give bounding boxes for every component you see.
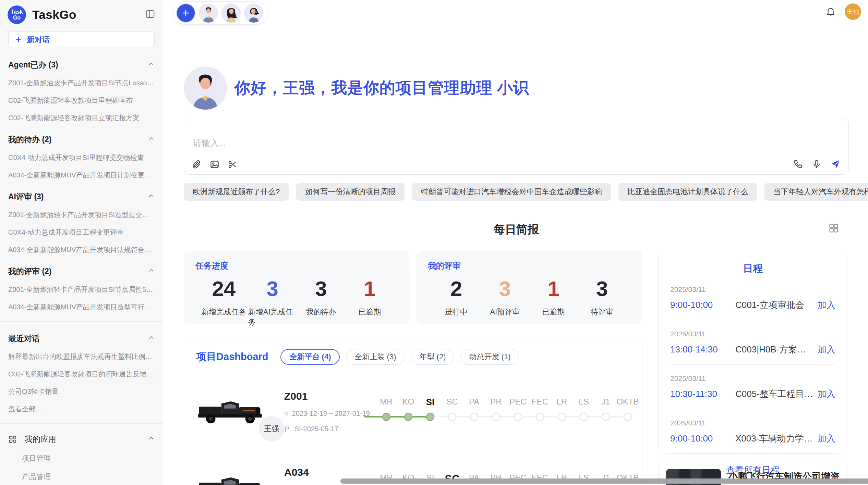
recent-view-all[interactable]: 查看全部... xyxy=(8,405,155,414)
project-meta: Z001 2023-12-19 ~ 2027-01-19 SI-2025-05-… xyxy=(284,390,370,433)
layout-grid-icon[interactable] xyxy=(828,223,839,235)
sidebar-task-item[interactable]: Z001-全新燃油轻卡产品开发项目SI造型提交物评审 xyxy=(8,210,155,220)
app-item-project-mgmt[interactable]: 项目管理 xyxy=(22,453,155,463)
dashboard-tabs: 全新平台 (4) 全新上装 (3) 年型 (2) 动总开发 (1) xyxy=(280,349,519,365)
stat-in-progress: 2进行中 xyxy=(432,276,481,317)
sidebar-task-item[interactable]: C0X4-动力总成开发项目SI里程碑提交物检查 xyxy=(8,153,155,162)
main-area: 王强 你好，王强，我是你的项目管理助理 小识 xyxy=(163,0,868,485)
stat-my-todo: 3我的待办 xyxy=(297,276,346,327)
sidebar-item-my-apps[interactable]: 我的应用 xyxy=(8,434,155,445)
sidebar-task-item[interactable]: A034-全新新能源MUV产品开发项目造型可行性评审 xyxy=(8,302,155,312)
milestone-current: SI xyxy=(419,397,441,424)
join-link[interactable]: 加入 xyxy=(818,433,835,445)
agent-avatar-1[interactable] xyxy=(199,3,218,23)
tab-new-platform[interactable]: 全新平台 (4) xyxy=(280,349,340,365)
sidebar-task-item[interactable]: A034-全新新能源MUV产品开发项目法规符合性评审 xyxy=(8,245,155,254)
task-progress-card: 任务进度 24新增完成任务 3新增AI完成任务 3我的待办 1已逾期 xyxy=(184,251,410,324)
divider xyxy=(670,320,835,320)
join-link[interactable]: 加入 xyxy=(818,388,835,400)
schedule-title: 日程 xyxy=(670,262,835,276)
milestone: PA xyxy=(463,397,485,424)
suggestion-chip[interactable]: 特朗普可能对进口汽车增税会对中国车企造成哪些影响 xyxy=(412,183,611,201)
new-chat-button[interactable]: 新对话 xyxy=(8,32,155,48)
truck-image xyxy=(196,467,265,485)
app-item-product-mgmt[interactable]: 产品管理 xyxy=(22,472,155,482)
chevron-up-icon[interactable] xyxy=(148,135,155,144)
chevron-up-icon[interactable] xyxy=(148,334,155,343)
horizontal-scrollbar[interactable] xyxy=(340,478,868,484)
milestone: J1 xyxy=(595,397,617,424)
schedule-time: 9:00-10:00 xyxy=(670,300,735,310)
divider xyxy=(670,409,835,409)
clock-icon xyxy=(284,410,289,417)
section-agent-done[interactable]: Agent已办 (3) xyxy=(8,60,155,70)
divider xyxy=(670,453,835,454)
schedule-card: 日程 2025/03/11 9:00-10:00 C001-立项审批会 加入 2 xyxy=(658,251,847,453)
plus-icon xyxy=(15,36,22,43)
attachment-icon[interactable] xyxy=(192,159,202,170)
tab-powertrain[interactable]: 动总开发 (1) xyxy=(460,349,519,365)
schedule-item: 2025/03/11 13:00-14:30 C003|H0B-方案冻结评审 加… xyxy=(670,330,835,356)
image-icon[interactable] xyxy=(209,159,220,170)
section-my-todo[interactable]: 我的待办 (2) xyxy=(8,134,155,145)
schedule-item: 2025/03/11 9:00-10:00 C001-立项审批会 加入 xyxy=(670,285,835,311)
chevron-up-icon[interactable] xyxy=(148,267,155,276)
greeting-block: 你好，王强，我是你的项目管理助理 小识 xyxy=(184,66,849,110)
suggestion-chip[interactable]: 当下年轻人对汽车外观有怎样的喜好趋势 xyxy=(764,183,868,201)
project-code: Z001 xyxy=(284,390,370,402)
join-link[interactable]: 加入 xyxy=(818,344,835,356)
project-flag-date: SI-2025-05-17 xyxy=(284,425,370,433)
sidebar-task-item[interactable]: C0X4-动力总成开发项目工程变更评审 xyxy=(8,228,155,237)
suggestion-chip[interactable]: 如何写一份清晰的项目周报 xyxy=(296,183,405,201)
chevron-up-icon[interactable] xyxy=(148,435,155,444)
send-icon[interactable] xyxy=(830,159,841,170)
sidebar-task-item[interactable]: Z001-全新燃油皮卡产品开发项目SI节点Lesson Learn报告 xyxy=(8,78,155,88)
schedule-event-title: C001-立项审批会 xyxy=(735,299,813,311)
tab-new-body[interactable]: 全新上装 (3) xyxy=(346,349,405,365)
stat-new-ai-done: 3新增AI完成任务 xyxy=(248,276,297,327)
recent-chat-item[interactable]: 公司Q3轻卡销量 xyxy=(8,387,155,396)
microphone-icon[interactable] xyxy=(811,159,822,169)
assistant-avatar xyxy=(184,66,227,110)
sidebar-task-item[interactable]: Z001-全新燃油轻卡产品开发项目SI节点属性5D文件评审 xyxy=(8,285,155,294)
milestone: PEC xyxy=(507,397,529,424)
sidebar-task-item[interactable]: C02-飞腾新能源轻客改款项目立项汇报方案 xyxy=(8,113,155,123)
chat-input-box xyxy=(184,118,849,175)
card-title: 我的评审 xyxy=(428,260,630,271)
chevron-up-icon[interactable] xyxy=(148,60,155,70)
schedule-time: 13:00-14:30 xyxy=(670,344,735,355)
section-ai-review[interactable]: AI评审 (3) xyxy=(8,191,155,202)
apps-grid-icon xyxy=(8,435,17,444)
recent-chat-item[interactable]: 解释最新出台的欧盟报废车法规再生塑料比例被调至15%... xyxy=(8,352,155,361)
agent-avatar-3[interactable] xyxy=(244,3,263,23)
daily-briefing-title: 每日简报 xyxy=(184,222,849,237)
project-dashboard-card: 项目Dashboard 全新平台 (4) 全新上装 (3) 年型 (2) 动总开… xyxy=(184,337,642,485)
plus-icon xyxy=(181,8,191,18)
app-root: Task Go TaskGo 新对话 Agent已办 (3) Z001-全新燃油… xyxy=(0,0,868,485)
chevron-up-icon[interactable] xyxy=(148,192,155,201)
scissors-icon[interactable] xyxy=(227,159,238,170)
join-link[interactable]: 加入 xyxy=(818,299,835,311)
stat-pending-review: 3待评审 xyxy=(578,276,626,317)
main-content: 你好，王强，我是你的项目管理助理 小识 xyxy=(163,25,868,485)
notification-bell-icon[interactable] xyxy=(825,6,836,17)
suggestion-chip[interactable]: 欧洲新规最近颁布了什么? xyxy=(184,183,289,201)
sidebar-task-item[interactable]: A034-全新新能源MUV产品开发项目计划变更表编写 xyxy=(8,171,155,180)
section-my-review[interactable]: 我的评审 (2) xyxy=(8,266,155,277)
chat-input[interactable] xyxy=(193,138,775,148)
schedule-item: 2025/03/11 9:00-10:00 X003-车辆动力学性能验... 加… xyxy=(670,419,835,445)
add-agent-button[interactable] xyxy=(176,3,195,23)
sidebar-task-item[interactable]: C02-飞腾新能源轻客改款项目里程碑画布 xyxy=(8,96,155,105)
project-dates: 2023-12-19 ~ 2027-01-19 xyxy=(284,410,370,418)
phone-icon[interactable] xyxy=(793,159,803,169)
tab-year-model[interactable]: 年型 (2) xyxy=(411,349,454,365)
recent-chat-item[interactable]: C02-飞腾新能源轻客改款项目的闭环通告反馈情况 xyxy=(8,370,155,379)
sidebar-collapse-icon[interactable] xyxy=(145,9,155,21)
schedule-event-title: C003|H0B-方案冻结评审 xyxy=(735,344,813,356)
user-avatar[interactable]: 王强 xyxy=(845,3,861,20)
section-recent-chats[interactable]: 最近对话 xyxy=(8,333,155,344)
right-column: 日程 2025/03/11 9:00-10:00 C001-立项审批会 加入 2 xyxy=(658,251,847,485)
suggestion-chip[interactable]: 比亚迪全固态电池计划具体说了什么 xyxy=(618,183,757,201)
left-column: 任务进度 24新增完成任务 3新增AI完成任务 3我的待办 1已逾期 我的评审 xyxy=(184,251,642,485)
agent-avatar-2[interactable] xyxy=(221,3,241,23)
